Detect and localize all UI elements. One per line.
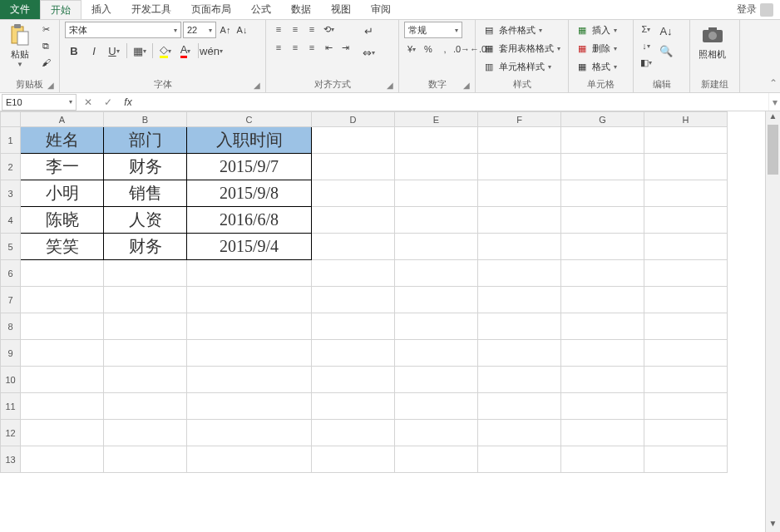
collapse-ribbon-button[interactable]: ⌃ xyxy=(769,77,778,89)
cell-C13[interactable] xyxy=(187,446,312,473)
autosum-button[interactable]: Σ▾ xyxy=(639,22,654,37)
align-top-button[interactable]: ≡ xyxy=(271,22,286,37)
cell-A3[interactable]: 小明 xyxy=(21,180,104,207)
row-header-12[interactable]: 12 xyxy=(1,420,21,446)
cell-C6[interactable] xyxy=(187,260,312,287)
phonetic-button[interactable]: wén▾ xyxy=(202,42,220,60)
scroll-down-button[interactable]: ▼ xyxy=(766,519,780,532)
decrease-font-button[interactable]: A↓ xyxy=(234,22,249,37)
formula-input[interactable] xyxy=(138,94,768,111)
tab-developer[interactable]: 开发工具 xyxy=(121,0,181,19)
row-header-8[interactable]: 8 xyxy=(1,313,21,340)
increase-decimal-button[interactable]: .0→ xyxy=(454,42,469,57)
cell-B11[interactable] xyxy=(104,393,187,420)
cell-A12[interactable] xyxy=(21,420,104,446)
cell-E8[interactable] xyxy=(395,313,478,340)
cancel-formula-button[interactable]: ✕ xyxy=(78,96,98,108)
decrease-indent-button[interactable]: ⇤ xyxy=(321,40,336,55)
align-bottom-button[interactable]: ≡ xyxy=(304,22,319,37)
cell-C2[interactable]: 2015/9/7 xyxy=(187,154,312,180)
cell-E9[interactable] xyxy=(395,340,478,367)
cell-E2[interactable] xyxy=(395,154,478,180)
cell-C11[interactable] xyxy=(187,393,312,420)
cell-C5[interactable]: 2015/9/4 xyxy=(187,234,312,260)
delete-cells-button[interactable]: ▦删除▾ xyxy=(574,40,619,57)
cell-A9[interactable] xyxy=(21,340,104,367)
font-size-combo[interactable]: 22▾ xyxy=(183,22,216,38)
format-as-table-button[interactable]: ▦套用表格格式▾ xyxy=(481,40,562,57)
cut-button[interactable]: ✂ xyxy=(38,22,53,37)
cell-A1[interactable]: 姓名 xyxy=(21,127,104,154)
column-header-D[interactable]: D xyxy=(312,112,395,127)
cell-D11[interactable] xyxy=(312,393,395,420)
tab-data[interactable]: 数据 xyxy=(281,0,321,19)
fill-color-button[interactable]: ◇▾ xyxy=(156,42,175,60)
cell-E10[interactable] xyxy=(395,367,478,393)
cell-C3[interactable]: 2015/9/8 xyxy=(187,180,312,207)
cell-B1[interactable]: 部门 xyxy=(104,127,187,154)
cell-G9[interactable] xyxy=(561,340,644,367)
tab-page-layout[interactable]: 页面布局 xyxy=(181,0,241,19)
column-header-A[interactable]: A xyxy=(21,112,104,127)
clear-button[interactable]: ◧▾ xyxy=(639,55,654,70)
orientation-button[interactable]: ⟲▾ xyxy=(321,22,336,37)
cell-H7[interactable] xyxy=(644,287,728,313)
tab-review[interactable]: 审阅 xyxy=(361,0,401,19)
cell-D7[interactable] xyxy=(312,287,395,313)
cell-B4[interactable]: 人资 xyxy=(104,207,187,234)
merge-center-button[interactable]: ⇔▾ xyxy=(359,43,378,62)
cell-B5[interactable]: 财务 xyxy=(104,234,187,260)
cell-E12[interactable] xyxy=(395,420,478,446)
cell-H8[interactable] xyxy=(644,313,728,340)
row-header-1[interactable]: 1 xyxy=(1,127,21,154)
expand-formula-bar-button[interactable]: ▾ xyxy=(768,93,780,111)
worksheet[interactable]: ABCDEFGH1姓名部门入职时间2李一财务2015/9/73小明销售2015/… xyxy=(0,111,765,532)
cell-F5[interactable] xyxy=(478,234,561,260)
cell-E7[interactable] xyxy=(395,287,478,313)
cell-C10[interactable] xyxy=(187,367,312,393)
cell-G8[interactable] xyxy=(561,313,644,340)
cell-D1[interactable] xyxy=(312,127,395,154)
font-color-button[interactable]: A▾ xyxy=(176,42,195,60)
bold-button[interactable]: B xyxy=(65,42,83,60)
row-header-4[interactable]: 4 xyxy=(1,207,21,234)
row-header-11[interactable]: 11 xyxy=(1,393,21,420)
cell-A5[interactable]: 笑笑 xyxy=(21,234,104,260)
clipboard-dialog-launcher[interactable]: ◢ xyxy=(47,81,57,91)
number-dialog-launcher[interactable]: ◢ xyxy=(463,81,473,91)
cell-B13[interactable] xyxy=(104,446,187,473)
cell-G10[interactable] xyxy=(561,367,644,393)
column-header-E[interactable]: E xyxy=(395,112,478,127)
cell-F4[interactable] xyxy=(478,207,561,234)
cell-C7[interactable] xyxy=(187,287,312,313)
cell-F3[interactable] xyxy=(478,180,561,207)
cell-D8[interactable] xyxy=(312,313,395,340)
cell-styles-button[interactable]: ▥单元格样式▾ xyxy=(481,58,553,75)
cell-F6[interactable] xyxy=(478,260,561,287)
cell-H10[interactable] xyxy=(644,367,728,393)
column-header-F[interactable]: F xyxy=(478,112,561,127)
cell-B12[interactable] xyxy=(104,420,187,446)
cell-A8[interactable] xyxy=(21,313,104,340)
underline-button[interactable]: U▾ xyxy=(105,42,123,60)
cell-G3[interactable] xyxy=(561,180,644,207)
row-header-3[interactable]: 3 xyxy=(1,180,21,207)
accounting-format-button[interactable]: ¥▾ xyxy=(404,42,419,57)
tab-view[interactable]: 视图 xyxy=(321,0,361,19)
cell-D10[interactable] xyxy=(312,367,395,393)
wrap-text-button[interactable]: ↵ xyxy=(359,22,378,40)
cell-G4[interactable] xyxy=(561,207,644,234)
row-header-7[interactable]: 7 xyxy=(1,287,21,313)
column-header-H[interactable]: H xyxy=(644,112,728,127)
font-dialog-launcher[interactable]: ◢ xyxy=(254,81,264,91)
format-cells-button[interactable]: ▦格式▾ xyxy=(574,58,619,75)
tab-insert[interactable]: 插入 xyxy=(81,0,121,19)
cell-B3[interactable]: 销售 xyxy=(104,180,187,207)
cell-F1[interactable] xyxy=(478,127,561,154)
increase-indent-button[interactable]: ⇥ xyxy=(338,40,353,55)
borders-button[interactable]: ▦▾ xyxy=(131,42,149,60)
cell-C8[interactable] xyxy=(187,313,312,340)
tab-file[interactable]: 文件 xyxy=(0,0,40,19)
cell-H11[interactable] xyxy=(644,393,728,420)
cell-A7[interactable] xyxy=(21,287,104,313)
